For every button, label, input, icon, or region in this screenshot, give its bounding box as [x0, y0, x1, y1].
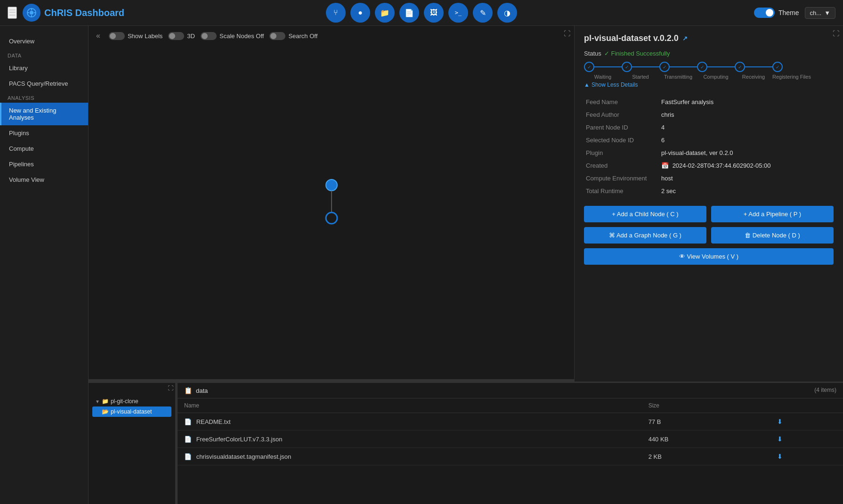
parent-node-value: 4 [659, 121, 834, 134]
resize-handle[interactable] [89, 379, 574, 382]
add-child-node-button[interactable]: + Add a Child Node ( C ) [584, 206, 706, 222]
nav-folder-button[interactable]: 📁 [375, 3, 395, 23]
tree-item-pl-visual-dataset[interactable]: 📂 pl-visual-dataset [92, 406, 171, 417]
tl-label-registering: Registering Files [772, 74, 811, 80]
tl-label-transmitting: Transmitting [664, 74, 692, 80]
selected-node-value: 6 [659, 134, 834, 146]
plugin-label: Plugin [584, 146, 659, 159]
tl-label-started: Started [632, 74, 648, 80]
show-less-button[interactable]: ▲ Show Less Details [584, 81, 638, 88]
search-switch[interactable] [269, 32, 285, 40]
tl-circle-receiving: ✓ [735, 62, 745, 72]
total-runtime-value: 2 sec [659, 185, 834, 197]
add-pipeline-button[interactable]: + Add a Pipeline ( P ) [711, 206, 834, 222]
view-volumes-button[interactable]: 👁 View Volumes ( V ) [584, 248, 834, 265]
header-left: ☰ ChRIS Dashboard [8, 4, 124, 22]
top-panel: « Show Labels 3D Scale Nodes Off [89, 26, 843, 382]
folder-open-icon: 📂 [102, 408, 109, 415]
collapse-button[interactable]: « [93, 31, 103, 41]
header-nav: ⑂ ● 📁 📄 🖼 >_ ✎ ◑ [326, 3, 517, 23]
file-icon: 📄 [184, 436, 192, 443]
nav-doc-button[interactable]: 📄 [399, 3, 419, 23]
sidebar-item-pipelines[interactable]: Pipelines [0, 156, 88, 172]
hamburger-button[interactable]: ☰ [8, 7, 17, 19]
sidebar-item-analyses[interactable]: New and Existing Analyses [0, 103, 88, 125]
detail-expand-button[interactable]: ⛶ [833, 30, 839, 37]
nav-circle-button[interactable]: ● [350, 3, 370, 23]
action-btn-row-2: ⌘ Add a Graph Node ( G ) 🗑 Delete Node (… [584, 227, 834, 244]
logo-area: ChRIS Dashboard [23, 4, 124, 22]
sidebar-item-plugins[interactable]: Plugins [0, 125, 88, 141]
tl-line-5 [745, 66, 772, 67]
file-size-tagmanifest: 2 KB [642, 448, 770, 465]
sidebar-item-library[interactable]: Library [0, 60, 88, 76]
tree-item-pl-git-clone[interactable]: ▼ 📁 pl-git-clone [92, 396, 171, 406]
plugin-value: pl-visual-dataset, ver 0.2.0 [659, 146, 834, 159]
tl-label-waiting: Waiting [594, 74, 611, 80]
folder-icon: 📁 [102, 398, 109, 405]
app-title: ChRIS Dashboard [44, 8, 124, 18]
tl-circle-transmitting: ✓ [659, 62, 670, 72]
sidebar-section-data: Data [0, 49, 88, 60]
nav-git-button[interactable]: ⑂ [326, 3, 346, 23]
action-btn-row-1: + Add a Child Node ( C ) + Add a Pipelin… [584, 206, 834, 222]
file-size-color-lut: 440 KB [642, 431, 770, 448]
created-value: 📅 2024-02-28T04:37:44.602902-05:00 [659, 159, 834, 172]
scale-nodes-switch[interactable] [201, 32, 217, 40]
file-icon: 📄 [184, 453, 192, 460]
header: ☰ ChRIS Dashboard ⑂ ● 📁 📄 🖼 >_ ✎ [0, 0, 843, 26]
svg-point-8 [326, 212, 337, 224]
file-table: Name Size 📄 README.txt 77 B [178, 398, 843, 465]
tl-circle-registering: ✓ [772, 62, 783, 72]
user-dropdown[interactable]: ch... ▼ [805, 7, 835, 19]
graph-canvas [89, 26, 574, 382]
3d-switch[interactable] [168, 32, 184, 40]
nav-terminal-button[interactable]: >_ [448, 3, 468, 23]
tl-line-1 [594, 66, 622, 67]
item-count: (4 items) [814, 387, 836, 393]
nav-image-button[interactable]: 🖼 [424, 3, 444, 23]
detail-table: Feed Name FastSurfer analysis Feed Autho… [584, 96, 834, 197]
sidebar-item-pacs[interactable]: PACS Query/Retrieve [0, 76, 88, 91]
sidebar-item-overview[interactable]: Overview [0, 33, 88, 49]
add-graph-node-button[interactable]: ⌘ Add a Graph Node ( G ) [584, 227, 706, 244]
selected-node-label: Selected Node ID [584, 134, 659, 146]
status-timeline: ✓ Waiting ✓ Started [584, 62, 834, 80]
plugin-title: pl-visual-dataset v.0.2.0 ↗ [584, 33, 834, 43]
file-tree-expand-button[interactable]: ⛶ [168, 385, 173, 391]
detail-row-feed-author: Feed Author chris [584, 108, 834, 121]
sidebar-item-compute[interactable]: Compute [0, 141, 88, 156]
col-name: Name [178, 398, 642, 413]
graph-expand-button[interactable]: ⛶ [564, 30, 570, 37]
nav-volume-button[interactable]: ◑ [497, 3, 517, 23]
nav-edit-button[interactable]: ✎ [473, 3, 493, 23]
detail-row-feed-name: Feed Name FastSurfer analysis [584, 96, 834, 108]
detail-row-runtime: Total Runtime 2 sec [584, 185, 834, 197]
tl-step-started: ✓ Started [622, 62, 659, 80]
feed-author-label: Feed Author [584, 108, 659, 121]
folder-name: data [196, 387, 208, 394]
graph-panel: « Show Labels 3D Scale Nodes Off [89, 26, 575, 382]
scale-nodes-toggle: Scale Nodes Off [201, 32, 264, 40]
header-right: Theme ch... ▼ [754, 7, 835, 19]
search-toggle: Search Off [269, 32, 317, 40]
theme-toggle-switch[interactable] [754, 8, 775, 18]
delete-node-button[interactable]: 🗑 Delete Node ( D ) [711, 227, 834, 244]
compute-env-value: host [659, 172, 834, 185]
download-button-tagmanifest[interactable]: ⬇ [777, 453, 783, 460]
status-value: ✓ Finished Successfully [604, 50, 670, 57]
download-button-color-lut[interactable]: ⬇ [777, 435, 783, 443]
content-area: « Show Labels 3D Scale Nodes Off [89, 26, 843, 504]
download-button-readme[interactable]: ⬇ [777, 418, 783, 425]
tl-step-transmitting: ✓ Transmitting [659, 62, 697, 80]
sidebar-item-volume-view[interactable]: Volume View [0, 172, 88, 187]
3d-toggle: 3D [168, 32, 195, 40]
status-row: Status ✓ Finished Successfully [584, 50, 834, 57]
external-link-icon[interactable]: ↗ [682, 35, 688, 42]
main-layout: Overview Data Library PACS Query/Retriev… [0, 26, 843, 504]
svg-point-6 [326, 179, 337, 191]
file-download-color-lut: ⬇ [770, 431, 843, 448]
sidebar: Overview Data Library PACS Query/Retriev… [0, 26, 89, 504]
show-labels-switch[interactable] [109, 32, 125, 40]
file-row-readme: 📄 README.txt 77 B ⬇ [178, 413, 843, 431]
